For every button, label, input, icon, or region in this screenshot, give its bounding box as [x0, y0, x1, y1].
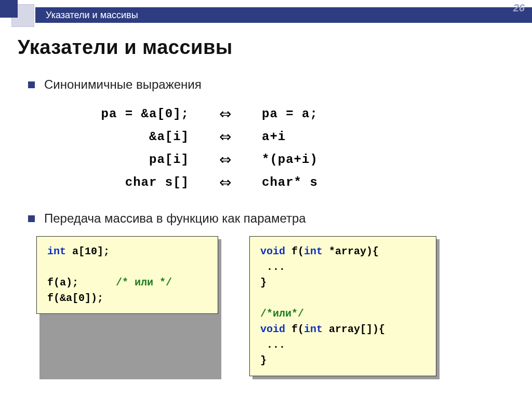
code-text: }	[260, 277, 267, 289]
equiv-left: pa[i]	[18, 153, 210, 167]
equiv-right: *(pa+i)	[241, 153, 318, 167]
code-text: f(	[285, 323, 304, 335]
title-bar: Указатели и массивы	[35, 7, 532, 23]
comment: /*или*/	[260, 308, 304, 320]
equiv-left: &a[i]	[18, 130, 210, 144]
bullet-item-1: Синонимичные выражения	[28, 77, 514, 92]
title-bar-text: Указатели и массивы	[46, 10, 138, 20]
equiv-right: char* s	[241, 175, 318, 189]
code-text: *array){	[323, 245, 379, 257]
equiv-row: pa = &a[0]; ⇔ pa = a;	[18, 102, 514, 125]
equiv-row: pa[i] ⇔ *(pa+i)	[18, 148, 514, 171]
bullet-icon	[28, 215, 35, 222]
equiv-left: pa = &a[0];	[18, 107, 210, 121]
code-text: f(&a[0]);	[47, 292, 103, 304]
code-text: }	[260, 354, 267, 366]
equiv-right: a+i	[241, 130, 286, 144]
keyword: int	[304, 323, 323, 335]
keyword: void	[260, 323, 285, 335]
deco-square-dark	[0, 0, 18, 18]
equiv-row: &a[i] ⇔ a+i	[18, 125, 514, 148]
bullet-item-2: Передача массива в функцию как параметра	[28, 211, 514, 226]
keyword: int	[304, 245, 323, 257]
double-arrow-icon: ⇔	[210, 174, 241, 191]
equiv-row: char s[] ⇔ char* s	[18, 171, 514, 194]
bullet-icon	[28, 81, 35, 88]
code-text: ...	[260, 339, 285, 351]
code-text: f(	[285, 245, 304, 257]
content-area: Указатели и массивы Синонимичные выражен…	[18, 36, 514, 388]
keyword: int	[47, 245, 66, 257]
double-arrow-icon: ⇔	[210, 128, 241, 145]
comment: /* или */	[116, 277, 172, 289]
slide: Указатели и массивы 26 Указатели и масси…	[0, 0, 532, 398]
code-text: f(a);	[47, 277, 116, 289]
keyword: void	[260, 245, 285, 257]
equivalence-table: pa = &a[0]; ⇔ pa = a; &a[i] ⇔ a+i pa[i] …	[18, 102, 514, 194]
code-content: void f(int *array){ ... } /*или*/ void f…	[249, 236, 436, 376]
page-title: Указатели и массивы	[18, 36, 514, 59]
double-arrow-icon: ⇔	[210, 151, 241, 168]
code-text: a[10];	[66, 245, 110, 257]
bullet-text: Синонимичные выражения	[44, 77, 202, 92]
page-number: 26	[513, 2, 525, 14]
equiv-right: pa = a;	[241, 107, 318, 121]
code-content: int a[10]; f(a); /* или */ f(&a[0]);	[36, 236, 218, 314]
corner-decoration	[0, 0, 36, 29]
code-text: ...	[260, 261, 285, 273]
code-box-right: void f(int *array){ ... } /*или*/ void f…	[249, 236, 436, 376]
equiv-left: char s[]	[18, 175, 210, 189]
code-examples: int a[10]; f(a); /* или */ f(&a[0]); voi…	[36, 236, 514, 376]
bullet-text: Передача массива в функцию как параметра	[44, 211, 306, 226]
code-box-left: int a[10]; f(a); /* или */ f(&a[0]);	[36, 236, 218, 376]
code-text: array[]){	[323, 323, 385, 335]
double-arrow-icon: ⇔	[210, 105, 241, 122]
